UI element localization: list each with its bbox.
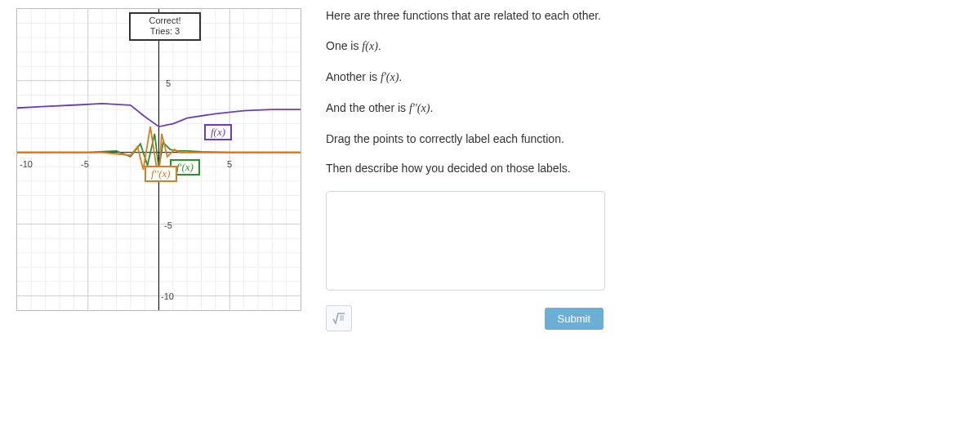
line-fprime: Another is f'(x). [326,69,605,86]
svg-rect-39 [340,315,344,321]
narrative-column: Here are three functions that are relate… [326,8,605,331]
label-fdouble[interactable]: f''(x) [145,166,177,182]
instruction-describe: Then describe how you decided on those l… [326,161,605,176]
plot-svg [17,9,301,310]
sqrt-icon [332,312,345,325]
line-fdouble: And the other is f''(x). [326,100,605,117]
label-f[interactable]: f(x) [204,124,232,140]
coordinate-plane[interactable]: f(x) f'(x) f''(x) -10 -5 5 5 -5 -10 Corr… [16,8,301,311]
plot-container: f(x) f'(x) f''(x) -10 -5 5 5 -5 -10 Corr… [16,8,301,311]
instruction-drag: Drag the points to correctly label each … [326,131,605,147]
tick-y-minus10: -10 [161,291,174,301]
submit-button[interactable]: Submit [545,308,604,330]
line-f: One is f(x). [326,38,605,55]
answer-textarea[interactable] [326,191,605,291]
status-box: Correct! Tries: 3 [129,12,201,41]
tick-y-minus5: -5 [164,220,172,230]
status-line2: Tries: 3 [131,26,199,37]
tick-x-5: 5 [227,159,232,169]
math-editor-button[interactable] [326,305,352,331]
status-line1: Correct! [131,16,199,26]
tick-x-minus10: -10 [20,159,33,169]
tick-x-minus5: -5 [81,159,89,169]
intro-text: Here are three functions that are relate… [326,8,605,24]
tick-y-5: 5 [166,78,171,88]
